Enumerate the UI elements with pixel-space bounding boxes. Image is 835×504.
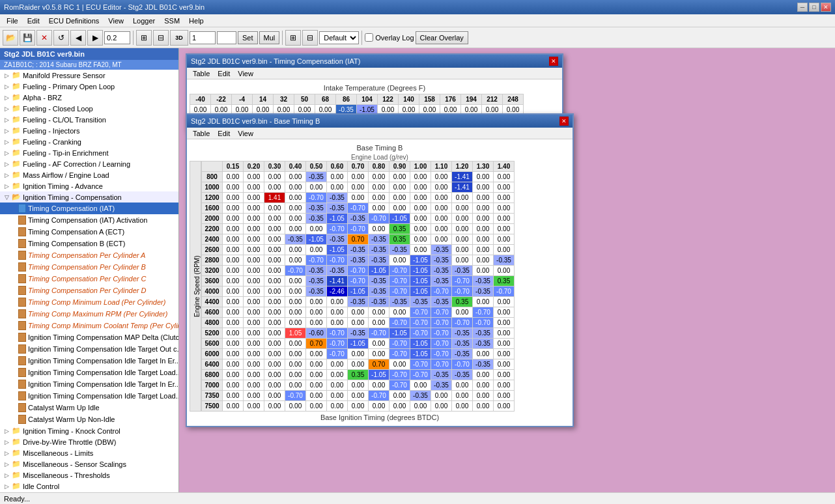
- bt-cell-20-3[interactable]: 0.00: [285, 380, 306, 391]
- bt-cell-3-5[interactable]: -0.35: [327, 203, 348, 214]
- bt-menu-edit[interactable]: Edit: [214, 129, 233, 138]
- bt-cell-2-13[interactable]: 0.00: [494, 193, 515, 203]
- bt-cell-13-5[interactable]: 0.00: [327, 307, 348, 318]
- bt-cell-19-6[interactable]: 0.35: [348, 370, 369, 380]
- bt-cell-3-1[interactable]: 0.00: [244, 203, 264, 214]
- bt-cell-21-10[interactable]: 0.00: [431, 391, 452, 401]
- bt-cell-4-7[interactable]: -0.70: [369, 214, 389, 224]
- bt-cell-6-10[interactable]: 0.00: [431, 234, 452, 245]
- bt-cell-7-10[interactable]: -0.35: [431, 245, 452, 255]
- bt-cell-22-11[interactable]: 0.00: [452, 401, 473, 412]
- bt-cell-13-11[interactable]: 0.00: [452, 307, 473, 318]
- sidebar-item-timing-maxrpm[interactable]: Timing Comp Maximum RPM (Per Cylinder): [0, 308, 178, 320]
- bt-cell-15-2[interactable]: 0.00: [264, 328, 285, 339]
- bt-cell-22-7[interactable]: 0.00: [369, 401, 389, 412]
- bt-cell-22-2[interactable]: 0.00: [264, 401, 285, 412]
- bt-cell-18-9[interactable]: -0.70: [410, 359, 431, 370]
- bt-cell-14-7[interactable]: 0.00: [369, 318, 389, 328]
- bt-cell-12-2[interactable]: 0.00: [264, 297, 285, 307]
- mul-button[interactable]: Mul: [259, 31, 280, 44]
- bt-cell-4-6[interactable]: -0.35: [348, 214, 369, 224]
- bt-cell-18-1[interactable]: 0.00: [244, 359, 264, 370]
- iat-menu-table[interactable]: Table: [190, 69, 213, 78]
- bt-cell-1-7[interactable]: 0.00: [369, 182, 389, 193]
- bt-cell-12-13[interactable]: 0.00: [494, 297, 515, 307]
- bt-cell-0-3[interactable]: 0.00: [285, 172, 306, 182]
- bt-cell-10-9[interactable]: -1.05: [410, 276, 431, 287]
- bt-cell-0-5[interactable]: 0.00: [327, 172, 348, 182]
- sidebar-item-timing-idle-load1[interactable]: Ignition Timing Compensation Idle Target…: [0, 367, 178, 378]
- bt-cell-2-2[interactable]: 1.41: [264, 193, 285, 203]
- bt-cell-11-5[interactable]: -2.46: [327, 287, 348, 297]
- bt-cell-20-0[interactable]: 0.00: [223, 380, 244, 391]
- bt-cell-10-1[interactable]: 0.00: [244, 276, 264, 287]
- bt-cell-14-6[interactable]: 0.00: [348, 318, 369, 328]
- bt-cell-13-8[interactable]: 0.00: [389, 307, 410, 318]
- bt-cell-10-3[interactable]: 0.00: [285, 276, 306, 287]
- bt-cell-2-8[interactable]: 0.00: [389, 193, 410, 203]
- bt-cell-14-12[interactable]: -0.70: [473, 318, 494, 328]
- bt-cell-22-0[interactable]: 0.00: [223, 401, 244, 412]
- bt-cell-2-5[interactable]: -0.35: [327, 193, 348, 203]
- maximize-btn[interactable]: □: [809, 3, 819, 12]
- copy2-btn[interactable]: ⊞: [285, 30, 301, 46]
- open-btn[interactable]: 📂: [3, 30, 18, 46]
- bt-cell-10-13[interactable]: 0.35: [494, 276, 515, 287]
- menu-ssm[interactable]: SSM: [160, 16, 184, 26]
- bt-cell-16-7[interactable]: 0.00: [369, 339, 389, 349]
- bt-cell-2-9[interactable]: 0.00: [410, 193, 431, 203]
- bt-cell-7-2[interactable]: 0.00: [264, 245, 285, 255]
- bt-cell-19-11[interactable]: -0.35: [452, 370, 473, 380]
- bt-cell-10-7[interactable]: -0.35: [369, 276, 389, 287]
- bt-cell-16-11[interactable]: -0.35: [452, 339, 473, 349]
- bt-cell-3-11[interactable]: 0.00: [452, 203, 473, 214]
- bt-cell-14-8[interactable]: -0.70: [389, 318, 410, 328]
- bt-cell-17-13[interactable]: 0.00: [494, 349, 515, 359]
- bt-cell-8-7[interactable]: -0.35: [369, 255, 389, 266]
- bt-cell-7-5[interactable]: -1.05: [327, 245, 348, 255]
- bt-cell-1-8[interactable]: 0.00: [389, 182, 410, 193]
- bt-cell-9-11[interactable]: -0.35: [452, 266, 473, 276]
- sidebar-item-timing-idle-er2[interactable]: Ignition Timing Compensation Idle Target…: [0, 378, 178, 390]
- bt-cell-4-3[interactable]: 0.00: [285, 214, 306, 224]
- bt-cell-7-11[interactable]: 0.00: [452, 245, 473, 255]
- bt-cell-10-8[interactable]: -0.70: [389, 276, 410, 287]
- sidebar-item-alpha[interactable]: ▷ 📁 Alpha - BRZ: [0, 92, 178, 103]
- bt-cell-15-9[interactable]: -0.70: [410, 328, 431, 339]
- bt-cell-13-4[interactable]: 0.00: [306, 307, 327, 318]
- sidebar-item-timing-cylc[interactable]: Timing Compensation Per Cylinder C: [0, 273, 178, 285]
- sidebar-item-fueling-open[interactable]: ▷ 📁 Fueling - Primary Open Loop: [0, 81, 178, 92]
- bt-cell-19-5[interactable]: 0.00: [327, 370, 348, 380]
- bt-cell-9-9[interactable]: -1.05: [410, 266, 431, 276]
- bt-cell-10-11[interactable]: -0.70: [452, 276, 473, 287]
- bt-cell-1-2[interactable]: 0.00: [264, 182, 285, 193]
- base-timing-close-btn[interactable]: ✕: [559, 117, 569, 126]
- bt-cell-2-3[interactable]: 0.00: [285, 193, 306, 203]
- bt-cell-2-12[interactable]: 0.00: [473, 193, 494, 203]
- forward-btn[interactable]: ▶: [87, 30, 103, 46]
- bt-cell-17-0[interactable]: 0.00: [223, 349, 244, 359]
- bt-cell-21-7[interactable]: -0.70: [369, 391, 389, 401]
- iat-close-btn[interactable]: ✕: [549, 57, 558, 66]
- bt-cell-14-2[interactable]: 0.00: [264, 318, 285, 328]
- sidebar-item-timing-iat[interactable]: Timing Compensation (IAT): [0, 203, 178, 214]
- sidebar-item-timing-mintemp[interactable]: Timing Comp Minimum Coolant Temp (Per Cy…: [0, 320, 178, 331]
- bt-cell-15-0[interactable]: 0.00: [223, 328, 244, 339]
- overlay-log-checkbox[interactable]: [365, 33, 373, 42]
- bt-cell-13-0[interactable]: 0.00: [223, 307, 244, 318]
- bt-cell-7-4[interactable]: 0.00: [306, 245, 327, 255]
- iat-menu-edit[interactable]: Edit: [214, 69, 233, 78]
- bt-cell-17-1[interactable]: 0.00: [244, 349, 264, 359]
- bt-cell-16-6[interactable]: -1.05: [348, 339, 369, 349]
- bt-cell-14-9[interactable]: -0.70: [410, 318, 431, 328]
- sidebar-item-fueling-clol[interactable]: ▷ 📁 Fueling - CL/OL Transition: [0, 114, 178, 125]
- bt-cell-5-8[interactable]: 0.35: [389, 224, 410, 234]
- iat-menu-view[interactable]: View: [234, 69, 257, 78]
- bt-cell-21-3[interactable]: -0.70: [285, 391, 306, 401]
- bt-cell-19-0[interactable]: 0.00: [223, 370, 244, 380]
- bt-cell-16-0[interactable]: 0.00: [223, 339, 244, 349]
- bt-cell-10-4[interactable]: -0.35: [306, 276, 327, 287]
- bt-cell-16-8[interactable]: -0.70: [389, 339, 410, 349]
- bt-cell-15-3[interactable]: 1.05: [285, 328, 306, 339]
- bt-cell-11-6[interactable]: -1.05: [348, 287, 369, 297]
